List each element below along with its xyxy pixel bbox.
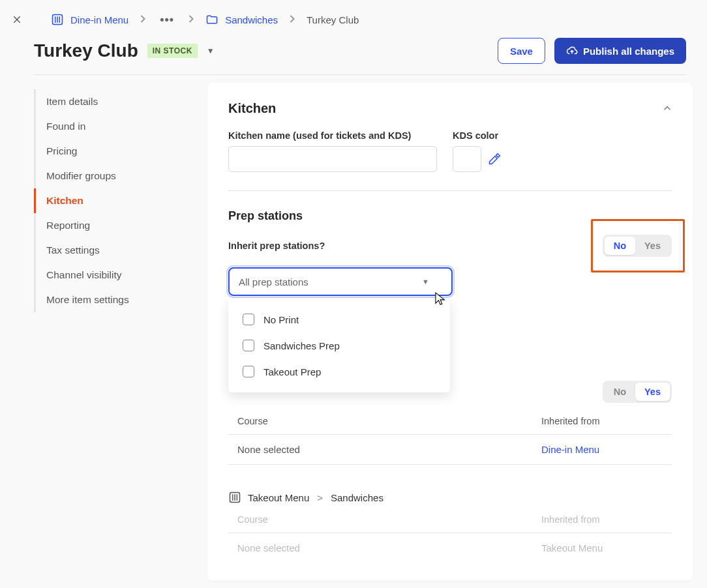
breadcrumb: Dine-in Menu ••• Sandwiches Turkey Club	[34, 10, 702, 29]
sidenav-more-settings[interactable]: More item settings	[34, 287, 198, 312]
kitchen-name-label: Kitchen name (used for tickets and KDS)	[228, 130, 437, 141]
prep-option-label: No Print	[263, 314, 299, 325]
save-button-label: Save	[510, 46, 533, 57]
checkbox-icon	[243, 314, 254, 325]
eyedropper-button[interactable]	[488, 153, 501, 166]
close-button[interactable]	[5, 8, 29, 31]
inherit-label: Inherit prep stations?	[228, 241, 325, 251]
sidenav-item-details[interactable]: Item details	[34, 89, 198, 114]
prep-stations-dropdown[interactable]: All prep stations ▼	[228, 267, 453, 296]
folder-icon	[205, 13, 218, 26]
chevron-down-icon: ▼	[422, 278, 429, 286]
prep-option-sandwiches[interactable]: Sandwiches Prep	[228, 332, 450, 359]
sidenav-found-in[interactable]: Found in	[34, 114, 198, 139]
inherit-toggle-no[interactable]: No	[605, 237, 635, 255]
prep-option-label: Takeout Prep	[263, 366, 321, 377]
path-category[interactable]: Sandwiches	[331, 492, 384, 503]
sidenav-kitchen[interactable]: Kitchen	[34, 188, 198, 213]
checkbox-icon	[243, 366, 254, 377]
kitchen-card: Kitchen Kitchen name (used for tickets a…	[207, 83, 693, 581]
prep-option-label: Sandwiches Prep	[263, 340, 340, 351]
prep-option-no-print[interactable]: No Print	[228, 306, 450, 332]
inherit-toggle-yes[interactable]: Yes	[635, 237, 670, 255]
breadcrumb-root-label: Dine-in Menu	[70, 14, 128, 25]
chevron-right-icon	[134, 12, 152, 27]
breadcrumb-root[interactable]: Dine-in Menu	[50, 10, 130, 29]
save-button[interactable]: Save	[498, 38, 545, 64]
sidenav-channel-visibility[interactable]: Channel visibility	[34, 263, 198, 287]
kds-color-swatch[interactable]	[453, 146, 481, 172]
page-title: Turkey Club	[34, 40, 138, 61]
chevron-right-icon	[283, 12, 301, 27]
inherited-col-header: Inherited from	[541, 514, 672, 525]
course-col-header: Course	[228, 416, 541, 426]
prep-stations-heading: Prep stations	[228, 209, 672, 223]
breadcrumb-folder-label: Sandwiches	[225, 14, 278, 25]
prep-option-takeout[interactable]: Takeout Prep	[228, 359, 450, 385]
inherited-from-value: Takeout Menu	[541, 542, 672, 553]
sidenav-tax-settings[interactable]: Tax settings	[34, 238, 198, 263]
course-toggle-no[interactable]: No	[605, 383, 635, 401]
publish-button-label: Publish all changes	[583, 46, 674, 57]
stock-dropdown-caret[interactable]: ▼	[207, 46, 215, 55]
inherited-from-link[interactable]: Dine-in Menu	[541, 444, 672, 455]
menu-icon	[51, 13, 64, 26]
chevron-right-icon: >	[316, 492, 324, 503]
cloud-upload-icon	[566, 45, 578, 57]
sidenav-reporting[interactable]: Reporting	[34, 213, 198, 238]
path-menu[interactable]: Takeout Menu	[248, 492, 309, 503]
chevron-right-icon	[182, 12, 200, 27]
kds-color-label: KDS color	[453, 130, 501, 141]
eyedropper-icon	[488, 153, 501, 166]
menu-icon	[228, 491, 241, 504]
course-toggle-yes[interactable]: Yes	[635, 383, 670, 401]
inherited-col-header: Inherited from	[541, 416, 672, 426]
breadcrumb-ellipsis[interactable]: •••	[156, 16, 178, 23]
course-inherit-toggle: No Yes	[603, 381, 672, 403]
sidenav-pricing[interactable]: Pricing	[34, 139, 198, 164]
course-col-header: Course	[228, 514, 541, 525]
inherit-toggle: No Yes	[603, 235, 672, 257]
sidenav-modifier-groups[interactable]: Modifier groups	[34, 164, 198, 188]
course-value: None selected	[228, 444, 541, 455]
checkbox-icon	[243, 340, 254, 351]
publish-button[interactable]: Publish all changes	[554, 38, 686, 64]
kitchen-heading: Kitchen	[228, 101, 672, 116]
kitchen-name-input[interactable]	[228, 146, 437, 172]
side-nav: Item details Found in Pricing Modifier g…	[34, 75, 198, 581]
prep-stations-menu: No Print Sandwiches Prep Takeout Prep	[228, 299, 450, 392]
stock-badge: IN STOCK	[147, 44, 198, 58]
collapse-toggle[interactable]	[661, 102, 673, 117]
menu-path: Takeout Menu > Sandwiches	[228, 491, 672, 504]
course-value: None selected	[228, 542, 541, 553]
breadcrumb-folder[interactable]: Sandwiches	[204, 10, 279, 29]
breadcrumb-current: Turkey Club	[305, 12, 360, 28]
prep-stations-placeholder: All prep stations	[239, 276, 308, 287]
